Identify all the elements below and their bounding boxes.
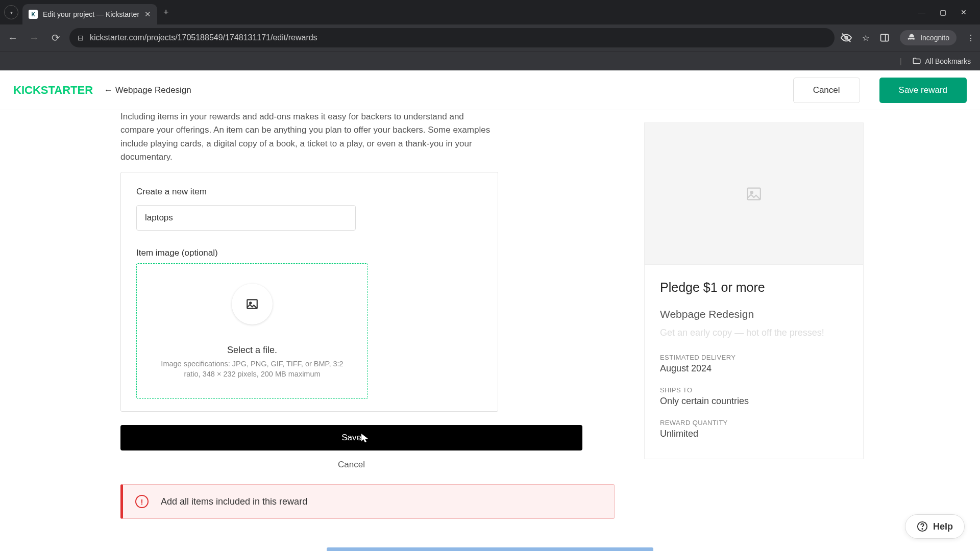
- folder-icon: [912, 57, 921, 66]
- minimize-icon[interactable]: ―: [918, 8, 925, 16]
- preview-column: Pledge $1 or more Webpage Redesign Get a…: [644, 122, 864, 551]
- item-name-input[interactable]: [136, 205, 356, 231]
- tab-title: Edit your project — Kickstarter: [43, 10, 139, 18]
- close-window-icon[interactable]: ✕: [961, 8, 967, 16]
- reload-button[interactable]: ⟳: [48, 32, 63, 44]
- window-controls: ― ▢ ✕: [918, 8, 976, 16]
- image-dropzone[interactable]: Select a file. Image specifications: JPG…: [136, 263, 368, 399]
- create-item-label: Create a new item: [136, 187, 482, 197]
- url-text: kickstarter.com/projects/1705188549/1748…: [90, 33, 317, 42]
- validation-alert: ! Add all items included in this reward: [120, 484, 615, 519]
- reward-preview-card: Pledge $1 or more Webpage Redesign Get a…: [644, 122, 864, 459]
- create-item-card: Create a new item Item image (optional) …: [120, 172, 498, 412]
- svg-point-5: [250, 302, 251, 304]
- svg-point-7: [751, 191, 753, 193]
- new-tab-button[interactable]: +: [163, 7, 169, 18]
- browser-tab[interactable]: K Edit your project — Kickstarter ✕: [22, 4, 157, 24]
- dropzone-spec: Image specifications: JPG, PNG, GIF, TIF…: [155, 359, 349, 380]
- main-column: Including items in your rewards and add-…: [13, 110, 513, 551]
- all-bookmarks-link[interactable]: All Bookmarks: [925, 57, 971, 65]
- cancel-link[interactable]: Cancel: [120, 460, 582, 470]
- dropzone-title: Select a file.: [227, 345, 277, 356]
- url-input[interactable]: ⊟ kickstarter.com/projects/1705188549/17…: [69, 28, 835, 47]
- breadcrumb-label: Webpage Redesign: [115, 85, 191, 95]
- tab-search-icon[interactable]: ▾: [4, 5, 18, 19]
- preview-image-placeholder: [645, 123, 863, 265]
- favicon-icon: K: [29, 10, 38, 19]
- maximize-icon[interactable]: ▢: [940, 8, 946, 16]
- panel-icon[interactable]: [879, 33, 890, 43]
- breadcrumb[interactable]: ← Webpage Redesign: [104, 85, 191, 95]
- bottom-accent-bar: [327, 547, 653, 551]
- close-icon[interactable]: ✕: [144, 10, 151, 19]
- back-button[interactable]: ←: [5, 32, 20, 44]
- bookmarks-bar: | All Bookmarks: [0, 51, 980, 70]
- site-settings-icon[interactable]: ⊟: [78, 34, 84, 42]
- address-bar: ← → ⟳ ⊟ kickstarter.com/projects/1705188…: [0, 24, 980, 51]
- page-header: KICKSTARTER ← Webpage Redesign Cancel Sa…: [0, 70, 980, 110]
- delivery-label: ESTIMATED DELIVERY: [660, 354, 848, 361]
- intro-text: Including items in your rewards and add-…: [120, 110, 498, 164]
- kickstarter-logo[interactable]: KICKSTARTER: [13, 84, 93, 97]
- alert-icon: !: [135, 495, 149, 508]
- save-reward-button[interactable]: Save reward: [879, 78, 967, 103]
- preview-reward-name: Webpage Redesign: [660, 308, 848, 320]
- incognito-badge[interactable]: Incognito: [900, 30, 957, 45]
- quantity-label: REWARD QUANTITY: [660, 419, 848, 427]
- item-image-label: Item image (optional): [136, 248, 482, 258]
- save-button[interactable]: Save: [120, 425, 582, 450]
- forward-button[interactable]: →: [27, 32, 42, 44]
- ships-label: SHIPS TO: [660, 386, 848, 394]
- pledge-title: Pledge $1 or more: [660, 280, 848, 295]
- kebab-menu-icon[interactable]: ⋮: [967, 33, 975, 43]
- preview-reward-desc: Get an early copy — hot off the presses!: [660, 328, 848, 338]
- bookmark-star-icon[interactable]: ☆: [862, 33, 869, 43]
- browser-chrome: ▾ K Edit your project — Kickstarter ✕ + …: [0, 0, 980, 70]
- svg-point-9: [922, 529, 922, 529]
- eye-off-icon[interactable]: [841, 32, 852, 43]
- delivery-value: August 2024: [660, 363, 848, 374]
- ships-value: Only certain countries: [660, 396, 848, 407]
- tab-bar: ▾ K Edit your project — Kickstarter ✕ + …: [0, 0, 980, 24]
- image-placeholder-icon: [232, 284, 273, 324]
- svg-rect-2: [881, 34, 889, 41]
- content-area: Including items in your rewards and add-…: [0, 110, 980, 551]
- alert-text: Add all items included in this reward: [161, 496, 307, 507]
- back-arrow-icon: ←: [104, 85, 113, 95]
- cancel-button[interactable]: Cancel: [793, 78, 860, 103]
- help-button[interactable]: Help: [905, 514, 965, 539]
- quantity-value: Unlimited: [660, 429, 848, 439]
- cursor-icon: [361, 433, 369, 443]
